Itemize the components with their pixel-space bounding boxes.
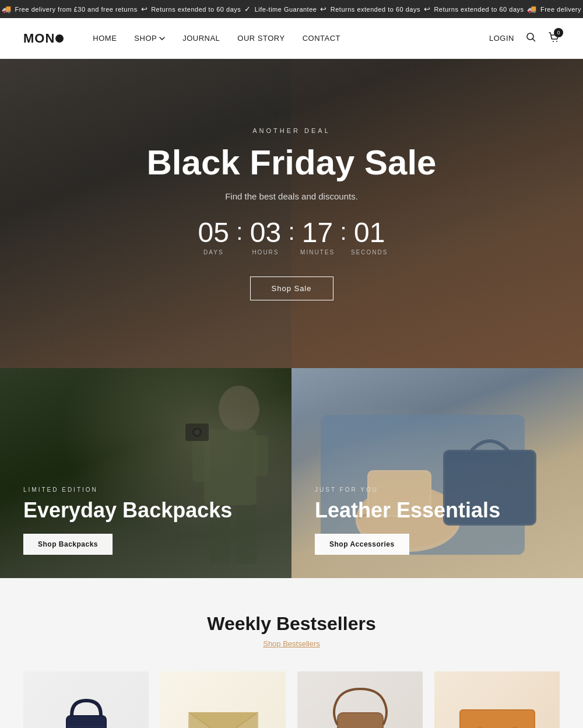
returns-icon: ↩ (424, 5, 431, 13)
hero-title: Black Friday Sale (147, 144, 437, 182)
returns-icon: ↩ (320, 5, 327, 13)
logo[interactable]: MON (23, 31, 64, 46)
logo-circle (55, 34, 64, 43)
svg-rect-6 (254, 435, 268, 476)
backpacks-banner: LIMITED EDITION Everyday Backpacks Shop … (0, 368, 292, 578)
countdown-minutes: 17 MINUTES (297, 219, 338, 256)
hero-content: ANOTHER DEAL Black Friday Sale Find the … (147, 127, 437, 300)
product-image (297, 671, 423, 728)
announcement-text: Returns extended to 60 days (331, 6, 420, 13)
search-button[interactable] (526, 32, 536, 45)
announcement-item: ↩ Returns extended to 60 days (320, 5, 420, 13)
svg-point-2 (556, 41, 557, 42)
shop-sale-button[interactable]: Shop Sale (250, 276, 333, 300)
returns-icon: ↩ (141, 5, 148, 13)
announcement-text: Life-time Guarantee (255, 6, 317, 13)
product-card[interactable] (434, 671, 560, 728)
bag-image (182, 695, 264, 728)
bag-image (328, 683, 392, 728)
navbar: MON HOME SHOP JOURNAL OUR STORY CONTACT … (0, 18, 583, 59)
svg-rect-20 (67, 716, 106, 728)
product-card[interactable] (23, 671, 149, 728)
svg-point-1 (553, 41, 554, 42)
product-image (160, 671, 286, 728)
backpacks-label: LIMITED EDITION (23, 487, 268, 493)
hero-subtitle: ANOTHER DEAL (147, 127, 437, 134)
chevron-down-icon (159, 36, 165, 41)
announcement-text: Free delivery from £30 and free returns (15, 6, 137, 13)
search-icon (526, 32, 536, 43)
countdown-separator: : (234, 219, 245, 244)
split-banner: LIMITED EDITION Everyday Backpacks Shop … (0, 368, 583, 578)
cart-badge: 0 (554, 28, 563, 37)
nav-links: HOME SHOP JOURNAL OUR STORY CONTACT (93, 34, 489, 43)
cart-button[interactable]: 0 (548, 32, 560, 46)
svg-rect-4 (204, 429, 257, 505)
product-image (23, 671, 149, 728)
nav-actions: LOGIN 0 (489, 32, 560, 46)
announcement-bar: 🚚 Free delivery from £30 and free return… (0, 0, 583, 18)
announcement-text: Returns extended to 60 days (434, 6, 524, 13)
product-card[interactable] (297, 671, 423, 728)
nav-contact[interactable]: CONTACT (303, 34, 340, 43)
shop-bestsellers-link[interactable]: Shop Bestsellers (23, 639, 560, 648)
countdown-hours: 03 HOURS (245, 219, 286, 256)
delivery-icon: 🚚 (527, 5, 537, 13)
announcement-text: Free delivery (540, 6, 581, 13)
bestsellers-title: Weekly Bestsellers (23, 613, 560, 635)
announcement-item: ↩ Returns extended to 60 days (141, 5, 241, 13)
announcement-text: Returns extended to 60 days (151, 6, 241, 13)
countdown-seconds: 01 SECONDS (349, 219, 390, 256)
shop-backpacks-button[interactable]: Shop Backpacks (23, 534, 113, 555)
announcement-item: 🚚 Free delivery from £30 and free return… (2, 5, 138, 13)
nav-our-story[interactable]: OUR STORY (237, 34, 285, 43)
product-card[interactable] (160, 671, 286, 728)
announcement-item: ✓ Life-time Guarantee (244, 5, 317, 13)
bestsellers-section: Weekly Bestsellers Shop Bestsellers (0, 578, 583, 728)
accessories-banner: JUST FOR YOU Leather Essentials Shop Acc… (292, 368, 583, 578)
guarantee-icon: ✓ (244, 5, 251, 13)
svg-rect-37 (461, 710, 534, 728)
accessories-title: Leather Essentials (315, 499, 560, 522)
bag-image (454, 695, 541, 728)
shop-accessories-button[interactable]: Shop Accessories (315, 534, 409, 555)
hero-section: ANOTHER DEAL Black Friday Sale Find the … (0, 59, 583, 368)
svg-point-11 (194, 429, 200, 435)
nav-journal[interactable]: JOURNAL (182, 34, 220, 43)
delivery-icon: 🚚 (2, 5, 12, 13)
login-button[interactable]: LOGIN (489, 34, 514, 43)
logo-text: MON (23, 31, 55, 46)
products-grid (23, 671, 560, 728)
bag-image (54, 683, 118, 728)
countdown-days: 05 DAYS (193, 219, 234, 256)
svg-rect-5 (192, 435, 210, 482)
hero-description: Find the best deals and discounts. (147, 191, 437, 201)
product-image (434, 671, 560, 728)
countdown-separator: : (286, 219, 297, 244)
svg-point-3 (219, 386, 259, 432)
countdown-separator: : (338, 219, 349, 244)
countdown-timer: 05 DAYS : 03 HOURS : 17 MINUTES : 01 SEC… (147, 219, 437, 256)
announcement-item: 🚚 Free delivery (527, 5, 581, 13)
nav-shop[interactable]: SHOP (134, 34, 165, 43)
backpacks-title: Everyday Backpacks (23, 499, 268, 522)
person-silhouette (146, 368, 286, 578)
nav-home[interactable]: HOME (93, 34, 117, 43)
svg-rect-32 (338, 713, 382, 728)
announcement-item: ↩ Returns extended to 60 days (424, 5, 524, 13)
accessories-label: JUST FOR YOU (315, 487, 560, 493)
